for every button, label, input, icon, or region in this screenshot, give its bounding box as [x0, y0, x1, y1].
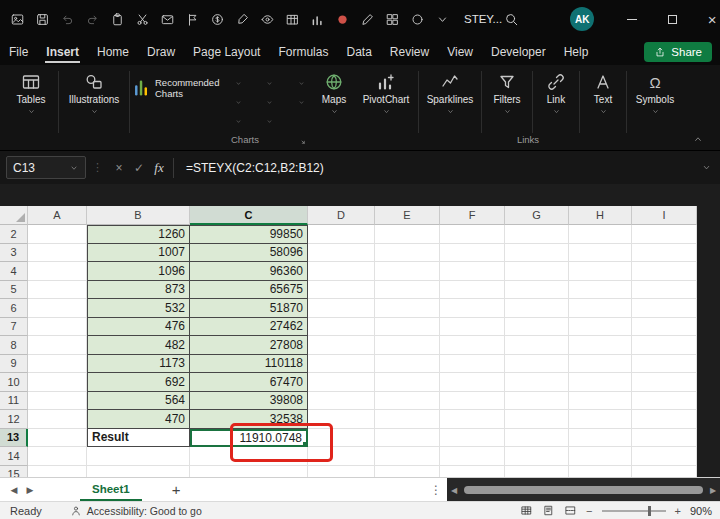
- cell-F15[interactable]: [440, 466, 505, 478]
- cell-B10[interactable]: 692: [87, 373, 190, 392]
- link-button[interactable]: Link: [535, 69, 577, 115]
- zoom-slider[interactable]: [602, 510, 666, 512]
- column-header-C[interactable]: C: [190, 206, 308, 225]
- maps-button[interactable]: Maps: [312, 69, 356, 115]
- cell-G2[interactable]: [505, 225, 569, 244]
- sheet-tab-sheet1[interactable]: Sheet1: [80, 478, 142, 501]
- cell-D7[interactable]: [308, 318, 375, 337]
- chevron-down-icon[interactable]: [431, 8, 454, 31]
- column-header-H[interactable]: H: [569, 206, 632, 225]
- grid-icon[interactable]: [381, 8, 404, 31]
- enter-icon[interactable]: ✓: [129, 161, 149, 175]
- normal-view-button[interactable]: [520, 504, 533, 517]
- tab-developer[interactable]: Developer: [482, 38, 555, 65]
- cell-C13[interactable]: 11910.0748: [190, 429, 308, 448]
- cell-H14[interactable]: [569, 447, 632, 466]
- new-sheet-button[interactable]: +: [172, 482, 181, 497]
- minimize-button[interactable]: [612, 0, 652, 38]
- row-header-7[interactable]: 7: [0, 318, 28, 337]
- cell-H6[interactable]: [569, 299, 632, 318]
- cell-A13[interactable]: [28, 429, 87, 448]
- cell-A11[interactable]: [28, 392, 87, 411]
- cell-C9[interactable]: 110118: [190, 355, 308, 374]
- cell-I3[interactable]: [632, 244, 697, 263]
- record-icon[interactable]: [331, 8, 354, 31]
- cell-E3[interactable]: [375, 244, 440, 263]
- tab-data[interactable]: Data: [337, 38, 380, 65]
- text-button[interactable]: Text: [582, 69, 624, 115]
- pie-chart-button[interactable]: [216, 113, 247, 129]
- page-break-view-button[interactable]: [564, 504, 577, 517]
- cell-D3[interactable]: [308, 244, 375, 263]
- cell-H12[interactable]: [569, 410, 632, 429]
- zoom-level[interactable]: 90%: [690, 505, 712, 517]
- tab-insert[interactable]: Insert: [37, 38, 88, 65]
- zoom-in-button[interactable]: +: [675, 505, 681, 517]
- cell-C11[interactable]: 39808: [190, 392, 308, 411]
- cell-E4[interactable]: [375, 262, 440, 281]
- cell-H5[interactable]: [569, 281, 632, 300]
- column-header-E[interactable]: E: [375, 206, 440, 225]
- cell-A12[interactable]: [28, 410, 87, 429]
- scroll-left-icon[interactable]: ◀: [447, 486, 461, 495]
- cell-F9[interactable]: [440, 355, 505, 374]
- cell-A15[interactable]: [28, 466, 87, 478]
- cell-I11[interactable]: [632, 392, 697, 411]
- cell-D12[interactable]: [308, 410, 375, 429]
- cell-B12[interactable]: 470: [87, 410, 190, 429]
- formula-input[interactable]: =STEYX(C2:C12,B2:B12): [178, 161, 701, 175]
- cell-E2[interactable]: [375, 225, 440, 244]
- cell-E8[interactable]: [375, 336, 440, 355]
- cell-D14[interactable]: [308, 447, 375, 466]
- scissors-icon[interactable]: [131, 8, 154, 31]
- accessibility-status[interactable]: Accessibility: Good to go: [70, 505, 202, 517]
- cell-F6[interactable]: [440, 299, 505, 318]
- cell-A5[interactable]: [28, 281, 87, 300]
- symbols-button[interactable]: ΩSymbols: [629, 69, 681, 115]
- cell-G4[interactable]: [505, 262, 569, 281]
- bar-chart-button[interactable]: [247, 75, 278, 91]
- select-all-button[interactable]: [0, 206, 28, 225]
- scroll-right-icon[interactable]: ▶: [706, 486, 720, 495]
- cell-H4[interactable]: [569, 262, 632, 281]
- cell-A4[interactable]: [28, 262, 87, 281]
- cell-I9[interactable]: [632, 355, 697, 374]
- cell-I14[interactable]: [632, 447, 697, 466]
- tab-view[interactable]: View: [438, 38, 482, 65]
- cell-I13[interactable]: [632, 429, 697, 448]
- row-header-5[interactable]: 5: [0, 281, 28, 300]
- illustrations-button[interactable]: Illustrations: [61, 69, 127, 115]
- maximize-button[interactable]: [652, 0, 692, 38]
- cell-A2[interactable]: [28, 225, 87, 244]
- tab-file[interactable]: File: [0, 38, 37, 65]
- cell-D13[interactable]: [308, 429, 375, 448]
- cell-I2[interactable]: [632, 225, 697, 244]
- cell-H11[interactable]: [569, 392, 632, 411]
- cell-I5[interactable]: [632, 281, 697, 300]
- map-chart-button[interactable]: [247, 113, 278, 129]
- next-sheet-icon[interactable]: ▶: [22, 485, 38, 495]
- shape-icon[interactable]: [406, 8, 429, 31]
- line-chart-button[interactable]: [247, 94, 278, 110]
- area-chart-button[interactable]: [279, 94, 310, 110]
- cell-B3[interactable]: 1007: [87, 244, 190, 263]
- account-avatar[interactable]: AK: [570, 7, 594, 31]
- cell-G14[interactable]: [505, 447, 569, 466]
- cell-C12[interactable]: 32538: [190, 410, 308, 429]
- table-icon[interactable]: [281, 8, 304, 31]
- currency-icon[interactable]: [206, 8, 229, 31]
- scatter-chart-button[interactable]: [216, 94, 247, 110]
- column-header-F[interactable]: F: [440, 206, 505, 225]
- column-chart-button[interactable]: [216, 75, 247, 91]
- undo-icon[interactable]: [56, 8, 79, 31]
- cell-B8[interactable]: 482: [87, 336, 190, 355]
- cell-F12[interactable]: [440, 410, 505, 429]
- filters-button[interactable]: Filters: [484, 69, 530, 115]
- cell-A10[interactable]: [28, 373, 87, 392]
- cell-E7[interactable]: [375, 318, 440, 337]
- cell-H10[interactable]: [569, 373, 632, 392]
- cell-E5[interactable]: [375, 281, 440, 300]
- cell-I10[interactable]: [632, 373, 697, 392]
- cancel-icon[interactable]: ×: [109, 161, 129, 175]
- pivotchart-button[interactable]: PivotChart: [356, 69, 416, 115]
